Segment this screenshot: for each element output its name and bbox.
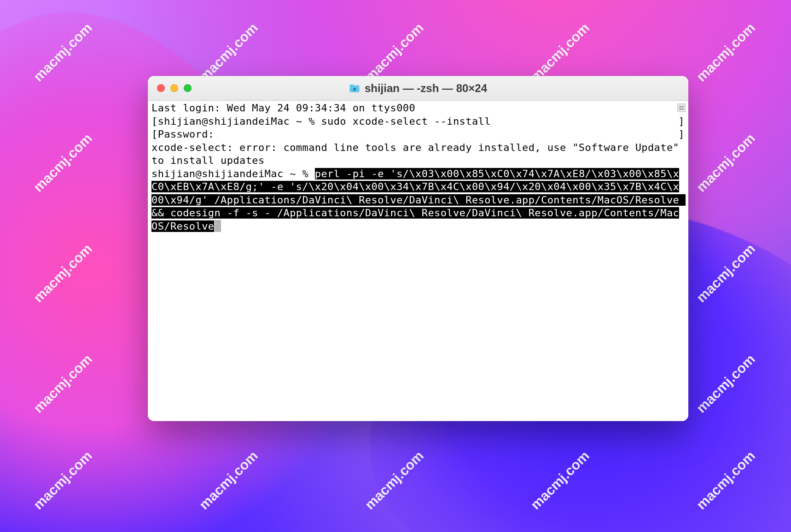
zoom-button[interactable] bbox=[184, 84, 192, 92]
watermark-text: macmj.com bbox=[693, 20, 758, 85]
terminal-output[interactable]: Last login: Wed May 24 09:34:34 on ttys0… bbox=[148, 102, 688, 233]
xcode-error-line: xcode-select: error: command line tools … bbox=[151, 141, 685, 168]
text-cursor bbox=[215, 220, 221, 232]
traffic-lights bbox=[157, 84, 192, 92]
window-titlebar[interactable]: shijian — -zsh — 80×24 bbox=[148, 76, 688, 101]
watermark-text: macmj.com bbox=[196, 20, 261, 85]
folder-icon bbox=[349, 84, 360, 93]
prompt-line-2: shijian@shijiandeiMac ~ % perl -pi -e 's… bbox=[151, 168, 686, 232]
close-button[interactable] bbox=[157, 84, 165, 92]
watermark-text: macmj.com bbox=[693, 130, 758, 195]
last-login-line: Last login: Wed May 24 09:34:34 on ttys0… bbox=[151, 102, 685, 115]
svg-rect-0 bbox=[353, 88, 356, 91]
terminal-window: shijian — -zsh — 80×24 Last login: Wed M… bbox=[148, 76, 688, 421]
prompt-line-1: [shijian@shijiandeiMac ~ % sudo xcode-se… bbox=[151, 115, 685, 128]
scrollbar-thumb-icon[interactable] bbox=[677, 104, 686, 112]
password-line: [Password:] bbox=[151, 128, 685, 141]
terminal-body[interactable]: Last login: Wed May 24 09:34:34 on ttys0… bbox=[148, 101, 688, 421]
watermark-text: macmj.com bbox=[528, 20, 593, 85]
watermark-text: macmj.com bbox=[362, 20, 427, 85]
minimize-button[interactable] bbox=[170, 84, 178, 92]
window-title: shijian — -zsh — 80×24 bbox=[365, 82, 487, 95]
